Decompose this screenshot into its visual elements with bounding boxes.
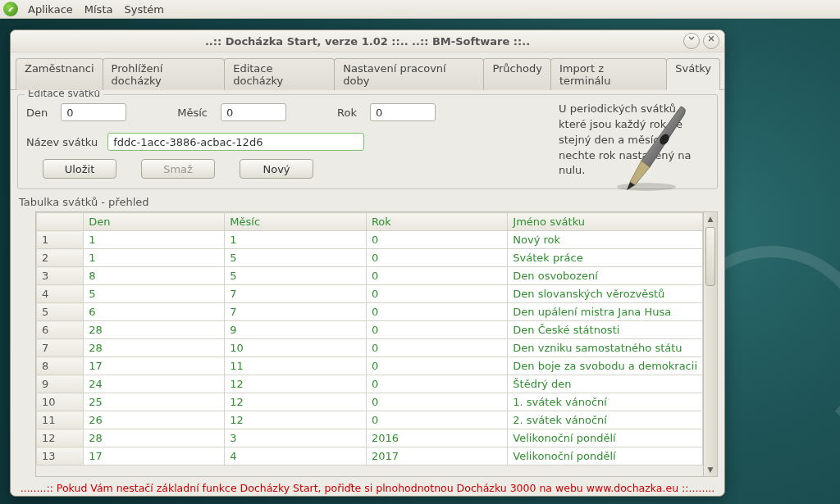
scroll-up-arrow[interactable]: ▲ (704, 212, 717, 225)
tab-import-z-termin-lu[interactable]: Import z terminálu (550, 58, 667, 90)
table-row[interactable]: 924120Štědrý den (37, 375, 703, 393)
cell-mesic: 5 (225, 267, 367, 285)
system-menubar: Aplikace Místa Systém (0, 0, 840, 19)
cell-mesic: 1 (225, 231, 367, 249)
tab-nastaven-pracovn-doby[interactable]: Nastavení pracovní doby (334, 58, 484, 90)
table-row[interactable]: 4570Den slovanských věrozvěstů (37, 285, 703, 303)
cell-den: 28 (84, 321, 225, 339)
col-header-rownum[interactable] (37, 213, 84, 231)
table-row[interactable]: 2150Svátek práce (37, 249, 703, 267)
cell-rok: 0 (366, 267, 507, 285)
cell-jmeno: Svátek práce (508, 249, 703, 267)
input-nazev[interactable] (107, 133, 364, 151)
cell-rok: 0 (366, 321, 507, 339)
delete-button[interactable]: Smaž (141, 159, 215, 179)
new-button[interactable]: Nový (240, 159, 313, 179)
cell-den: 5 (84, 285, 225, 303)
tab-editace-doch-zky[interactable]: Editace docházky (224, 58, 335, 90)
cell-den: 28 (84, 339, 225, 357)
scroll-down-arrow[interactable]: ▼ (704, 463, 717, 476)
cell-jmeno: Velikonoční pondělí (508, 429, 703, 447)
cell-den: 1 (84, 231, 225, 249)
cell-den: 28 (84, 429, 225, 447)
editor-group-title: Editace svátků (25, 90, 103, 99)
row-number: 9 (37, 375, 84, 393)
tab-prohl-en-doch-zky[interactable]: Prohlížení docházky (103, 58, 226, 90)
table-row[interactable]: 10251201. svátek vánoční (37, 393, 703, 411)
save-button[interactable]: Uložit (43, 159, 116, 179)
col-header-rok[interactable]: Rok (366, 213, 507, 231)
tab-pr-chody[interactable]: Průchody (483, 58, 550, 90)
cell-mesic: 5 (225, 249, 367, 267)
scroll-thumb[interactable] (705, 227, 715, 286)
table-row[interactable]: 122832016Velikonoční pondělí (37, 429, 703, 447)
table-row[interactable]: 62890Den České státnosti (37, 321, 703, 339)
cell-rok: 0 (366, 231, 507, 249)
cell-mesic: 7 (225, 285, 367, 303)
cell-mesic: 12 (225, 393, 367, 411)
row-number: 3 (37, 267, 84, 285)
distro-logo-icon (3, 2, 18, 16)
holidays-table: Den Měsíc Rok Jméno svátku 1110Nový rok2… (36, 212, 703, 465)
cell-rok: 0 (366, 393, 507, 411)
vertical-scrollbar[interactable]: ▲ ▼ (704, 211, 718, 477)
label-mesic: Měsíc (177, 107, 208, 119)
cell-rok: 0 (366, 249, 507, 267)
cell-rok: 2016 (366, 429, 507, 447)
row-number: 12 (37, 429, 84, 447)
cell-jmeno: Den upálení mistra Jana Husa (508, 303, 703, 321)
tab-zam-stnanci[interactable]: Zaměstnanci (16, 58, 103, 90)
cell-den: 17 (84, 357, 225, 375)
cell-rok: 0 (366, 411, 507, 429)
cell-jmeno: Štědrý den (508, 375, 703, 393)
cell-jmeno: Den České státnosti (508, 321, 703, 339)
row-number: 7 (37, 339, 84, 357)
editor-group: Editace svátků U periodických svátků, kt… (17, 94, 718, 189)
cell-jmeno: Den osvobození (508, 267, 703, 285)
cell-mesic: 3 (225, 429, 367, 447)
input-rok[interactable] (370, 103, 436, 121)
cell-den: 24 (84, 375, 225, 393)
cell-rok: 0 (366, 303, 507, 321)
row-number: 8 (37, 357, 84, 375)
table-row[interactable]: 3850Den osvobození (37, 267, 703, 285)
menu-mista[interactable]: Místa (80, 2, 118, 17)
tab-sv-tky[interactable]: Svátky (666, 58, 720, 90)
cell-jmeno: Den slovanských věrozvěstů (508, 285, 703, 303)
titlebar[interactable]: ..:: Docházka Start, verze 1.02 ::.. ..:… (11, 30, 724, 52)
table-row[interactable]: 5670Den upálení mistra Jana Husa (37, 303, 703, 321)
row-number: 4 (37, 285, 84, 303)
col-header-mesic[interactable]: Měsíc (225, 213, 367, 231)
table-row[interactable]: 131742017Velikonoční pondělí (37, 447, 703, 465)
row-number: 2 (37, 249, 84, 267)
input-den[interactable] (61, 103, 126, 121)
cell-den: 26 (84, 411, 225, 429)
menu-aplikace[interactable]: Aplikace (23, 2, 78, 17)
col-header-den[interactable]: Den (84, 213, 225, 231)
input-mesic[interactable] (221, 103, 286, 121)
cell-rok: 0 (366, 339, 507, 357)
minimize-button[interactable] (683, 33, 700, 49)
app-window: ..:: Docházka Start, verze 1.02 ::.. ..:… (10, 30, 725, 497)
table-row[interactable]: 728100Den vzniku samostatného státu (37, 339, 703, 357)
row-number: 1 (37, 231, 84, 249)
table-row[interactable]: 11261202. svátek vánoční (37, 411, 703, 429)
close-button[interactable] (703, 33, 719, 49)
cell-den: 6 (84, 303, 225, 321)
pen-icon (602, 103, 701, 193)
cell-jmeno: Den boje za svobodu a demokracii (508, 357, 703, 375)
cell-mesic: 11 (225, 357, 367, 375)
svg-point-0 (617, 183, 676, 191)
col-header-jmeno[interactable]: Jméno svátku (508, 213, 703, 231)
label-rok: Rok (337, 107, 357, 119)
cell-den: 25 (84, 393, 225, 411)
cell-mesic: 9 (225, 321, 367, 339)
cell-den: 1 (84, 249, 225, 267)
table-row[interactable]: 817110Den boje za svobodu a demokracii (37, 357, 703, 375)
cell-jmeno: Velikonoční pondělí (508, 447, 703, 465)
menu-system[interactable]: Systém (119, 2, 168, 17)
cell-mesic: 12 (225, 375, 367, 393)
table-row[interactable]: 1110Nový rok (37, 231, 703, 249)
label-nazev: Název svátku (26, 136, 98, 148)
footer-link[interactable]: www.dochazka.eu (587, 482, 678, 494)
